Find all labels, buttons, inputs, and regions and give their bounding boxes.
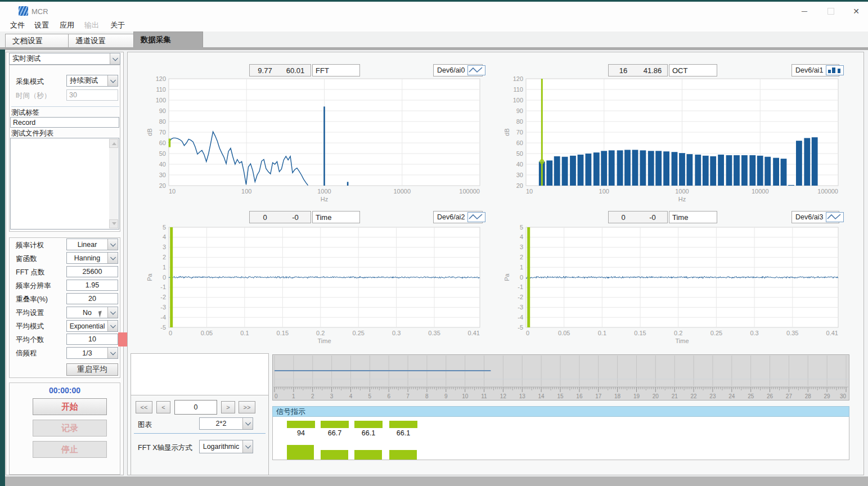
chart-layout-select[interactable]: 2*2	[199, 417, 253, 430]
avg-count-input[interactable]: 10	[66, 334, 118, 345]
window-fn-select[interactable]: Hanning	[66, 252, 118, 264]
svg-text:0.15: 0.15	[277, 330, 289, 336]
chevron-down-icon[interactable]	[107, 321, 118, 331]
menu-file[interactable]: 文件	[8, 20, 27, 30]
avg-setting-select[interactable]: No	[66, 307, 118, 318]
avg-mode-select[interactable]: Exponential	[66, 320, 118, 332]
start-button[interactable]: 开始	[33, 398, 107, 415]
minimize-button[interactable]: ─	[792, 3, 817, 19]
svg-text:Hz: Hz	[678, 196, 686, 202]
octave-select[interactable]: 1/3	[66, 347, 118, 359]
chevron-down-icon[interactable]	[107, 239, 118, 250]
svg-text:Pa: Pa	[505, 273, 510, 281]
svg-text:30: 30	[159, 172, 166, 178]
time3-type-box[interactable]: Time	[669, 211, 717, 223]
chevron-down-icon[interactable]	[107, 307, 118, 318]
svg-text:-2: -2	[518, 294, 523, 300]
maximize-button[interactable]	[818, 3, 843, 19]
svg-text:Time: Time	[317, 338, 331, 344]
test-file-listbox[interactable]	[10, 138, 119, 230]
chart-layout-value: 2*2	[200, 418, 242, 429]
time2-plot[interactable]: -5-4-3-2-101234500.050.10.150.20.250.30.…	[131, 224, 489, 348]
svg-text:16: 16	[576, 393, 583, 399]
svg-text:Time: Time	[675, 338, 689, 344]
svg-text:-3: -3	[518, 304, 523, 310]
svg-text:0.35: 0.35	[428, 330, 440, 336]
menu-about[interactable]: 关于	[108, 20, 127, 30]
freq-res-input[interactable]: 1.95	[66, 280, 118, 291]
tab-strip: 文档设置 通道设置 数据采集	[0, 32, 868, 47]
acq-time-input[interactable]: 30	[66, 89, 118, 101]
scroll-down-icon[interactable]	[109, 219, 118, 228]
svg-text:100000: 100000	[459, 188, 480, 195]
time3-plot[interactable]: -5-4-3-2-101234500.050.10.150.20.250.30.…	[505, 224, 863, 348]
svg-text:22: 22	[691, 393, 698, 399]
svg-text:10: 10	[462, 393, 469, 399]
svg-text:21: 21	[672, 393, 678, 399]
menu-apply[interactable]: 应用	[57, 20, 77, 30]
nav-index-input[interactable]: 0	[174, 400, 217, 415]
acq-mode-select[interactable]: 持续测试	[66, 75, 118, 87]
svg-text:30: 30	[516, 172, 523, 178]
line-chart-icon	[467, 212, 485, 222]
stop-button[interactable]: 停止	[33, 441, 107, 458]
elapsed-timer: 00:00:00	[9, 386, 120, 395]
svg-text:6: 6	[387, 393, 390, 399]
close-button[interactable]: ✕	[844, 3, 868, 19]
title-bar: MCR ─ ✕	[0, 2, 868, 19]
svg-text:100: 100	[156, 97, 166, 104]
cursor-y-value: -0	[280, 212, 311, 223]
restart-average-button[interactable]: 重启平均	[66, 363, 118, 376]
fft-xaxis-select[interactable]: Logarithmic	[199, 440, 253, 453]
overlap-input[interactable]: 20	[66, 293, 118, 304]
svg-text:0.35: 0.35	[786, 330, 798, 336]
nav-first-button[interactable]: <<	[136, 401, 152, 413]
maximize-icon	[827, 8, 834, 15]
tab-data-acquisition[interactable]: 数据采集	[133, 32, 203, 48]
listbox-scrollbar[interactable]	[109, 139, 118, 228]
svg-text:0.25: 0.25	[352, 330, 364, 336]
chevron-down-icon[interactable]	[242, 440, 253, 453]
tab-document-settings[interactable]: 文档设置	[5, 34, 74, 48]
svg-text:13: 13	[519, 393, 526, 399]
svg-text:1: 1	[163, 264, 166, 271]
svg-text:5: 5	[520, 224, 523, 231]
time2-type-box[interactable]: Time	[312, 211, 360, 223]
svg-text:20: 20	[159, 182, 166, 189]
record-button[interactable]: 记录	[33, 420, 107, 436]
menu-settings[interactable]: 设置	[32, 20, 51, 30]
svg-text:9: 9	[444, 393, 448, 399]
time3-channel-box[interactable]: Dev6/ai3	[791, 211, 839, 223]
oct-plot[interactable]: 2030405060708090100110120101001000100001…	[505, 70, 863, 205]
octave-label: 倍频程	[16, 349, 37, 358]
fft-points-input[interactable]: 25600	[66, 266, 118, 277]
nav-next-button[interactable]: >	[221, 401, 235, 413]
tab-channel-settings[interactable]: 通道设置	[68, 34, 136, 48]
fft-plot[interactable]: 2030405060708090100110120101001000100001…	[131, 70, 489, 205]
svg-text:dB: dB	[505, 128, 510, 136]
menu-output[interactable]: 输出	[82, 20, 101, 30]
menu-bar: 文件 设置 应用 输出 关于	[0, 19, 868, 32]
chevron-down-icon[interactable]	[107, 348, 118, 358]
chevron-down-icon[interactable]	[107, 253, 118, 263]
time2-channel-box[interactable]: Dev6/ai2	[433, 211, 483, 223]
nav-last-button[interactable]: >>	[239, 401, 255, 413]
svg-text:5: 5	[368, 393, 372, 399]
chevron-down-icon[interactable]	[242, 418, 253, 429]
svg-text:100: 100	[241, 188, 251, 195]
svg-text:2: 2	[520, 254, 523, 260]
scroll-up-icon[interactable]	[109, 139, 118, 148]
svg-text:15: 15	[557, 393, 564, 399]
window-fn-label: 窗函数	[16, 254, 37, 264]
chevron-down-icon[interactable]	[107, 75, 118, 86]
record-timeline[interactable]: 0123456789101112131415161718192021222324…	[272, 354, 849, 400]
test-tag-input[interactable]: Record	[10, 117, 119, 128]
test-mode-select[interactable]: 实时测试	[9, 53, 120, 65]
chevron-down-icon[interactable]	[110, 53, 120, 64]
svg-text:20: 20	[516, 182, 523, 189]
nav-prev-button[interactable]: <	[156, 401, 170, 413]
svg-text:90: 90	[159, 107, 166, 114]
freq-weight-select[interactable]: Linear	[66, 238, 118, 250]
window-fn-value: Hanning	[67, 253, 107, 263]
freq-res-label: 频率分辨率	[16, 281, 51, 291]
